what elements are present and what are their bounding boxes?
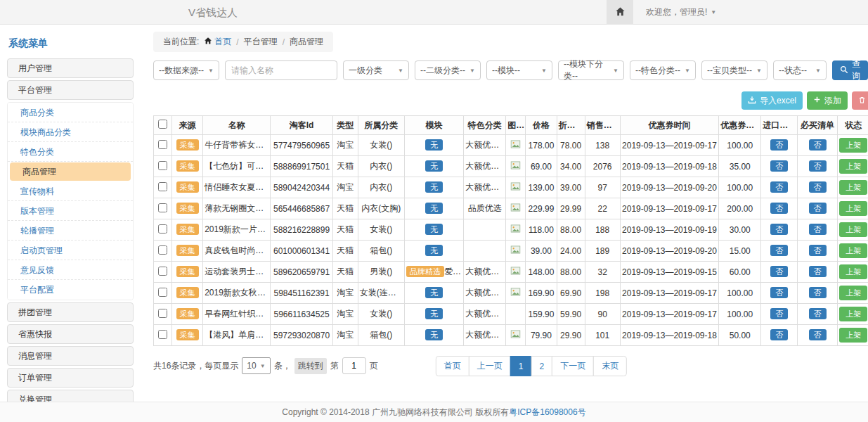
- sidebar-item-12[interactable]: 拼团管理: [7, 302, 134, 322]
- module-badge[interactable]: 无: [425, 181, 443, 193]
- row-checkbox[interactable]: [158, 203, 167, 212]
- row-checkbox[interactable]: [158, 245, 167, 255]
- jump-page-input[interactable]: [342, 357, 366, 374]
- sidebar-item-6[interactable]: 宣传物料: [8, 181, 133, 201]
- status-button[interactable]: 上架: [839, 138, 867, 153]
- status-button[interactable]: 上架: [839, 307, 867, 321]
- row-checkbox[interactable]: [158, 309, 167, 318]
- sidebar-item-5[interactable]: 商品管理: [10, 162, 131, 181]
- status-button[interactable]: 上架: [839, 286, 867, 300]
- module-badge[interactable]: 无: [425, 308, 443, 319]
- sidebar-item-13[interactable]: 省惠快报: [7, 324, 134, 344]
- page-button-current[interactable]: 1: [510, 356, 532, 376]
- module-badge[interactable]: 无: [425, 203, 443, 214]
- module-badge[interactable]: 无: [425, 139, 443, 151]
- import-select-toggle[interactable]: 否: [770, 308, 788, 319]
- module-badge[interactable]: 无: [425, 224, 443, 235]
- status-button[interactable]: 上架: [839, 264, 867, 279]
- row-checkbox[interactable]: [158, 330, 167, 339]
- must-buy-toggle[interactable]: 否: [809, 329, 827, 340]
- status-button[interactable]: 上架: [839, 180, 867, 195]
- module-badge[interactable]: 无: [425, 160, 443, 172]
- must-buy-toggle[interactable]: 否: [809, 139, 827, 151]
- import-select-toggle[interactable]: 否: [770, 245, 788, 256]
- page-size-select[interactable]: 10 ▼: [242, 357, 270, 374]
- import-select-toggle[interactable]: 否: [770, 139, 788, 151]
- import-select-toggle[interactable]: 否: [770, 329, 788, 340]
- sidebar-item-9[interactable]: 启动页管理: [8, 241, 133, 260]
- must-buy-toggle[interactable]: 否: [809, 287, 827, 298]
- product-name-cell: 【七色纺】可爱纯棉家...: [203, 156, 271, 177]
- module-badge[interactable]: 无: [425, 329, 443, 340]
- status-button[interactable]: 上架: [839, 159, 867, 174]
- must-buy-toggle[interactable]: 否: [809, 160, 827, 172]
- home-button[interactable]: [607, 0, 633, 25]
- filter-select-6[interactable]: --特色分类--▼: [630, 60, 696, 80]
- filter-select-3[interactable]: --二级分类--▼: [415, 60, 481, 80]
- sidebar-item-3[interactable]: 模块商品分类: [8, 122, 133, 142]
- filter-select-5[interactable]: --模块下分类--▼: [558, 60, 624, 80]
- breadcrumb-home-link[interactable]: 首页: [204, 36, 231, 48]
- must-buy-toggle[interactable]: 否: [809, 245, 827, 256]
- import-select-toggle[interactable]: 否: [770, 181, 788, 193]
- status-button[interactable]: 上架: [839, 201, 867, 216]
- sidebar-item-0[interactable]: 用户管理: [7, 58, 134, 78]
- filter-select-4[interactable]: --模块--▼: [486, 60, 552, 80]
- row-checkbox[interactable]: [158, 288, 167, 297]
- must-buy-toggle[interactable]: 否: [809, 266, 827, 277]
- user-menu[interactable]: 欢迎您，管理员! ▼: [646, 6, 716, 18]
- import-select-toggle[interactable]: 否: [770, 224, 788, 235]
- module-cell: 无: [404, 283, 463, 304]
- table-row: 采集牛仔背带裤女秋装减龄...577479560965淘宝女装()无大额优惠券1…: [154, 135, 868, 156]
- breadcrumb-home-label: 首页: [214, 36, 231, 48]
- icp-link[interactable]: 粤ICP备16098006号: [509, 407, 585, 417]
- must-buy-toggle[interactable]: 否: [809, 308, 827, 319]
- feature-cell: [464, 241, 506, 262]
- taoke-id-cell: 588869917501: [271, 156, 332, 177]
- row-checkbox[interactable]: [158, 140, 167, 149]
- status-button[interactable]: 上架: [839, 243, 867, 258]
- page-button-5[interactable]: 末页: [593, 356, 627, 376]
- sidebar-item-14[interactable]: 消息管理: [7, 346, 134, 366]
- page-button-0[interactable]: 首页: [436, 356, 469, 376]
- sidebar-item-1[interactable]: 平台管理: [7, 80, 134, 100]
- module-cell: 无: [404, 198, 463, 219]
- jump-button[interactable]: 跳转到: [294, 358, 327, 374]
- name-search-input[interactable]: [225, 60, 337, 80]
- page-button-1[interactable]: 上一页: [469, 356, 511, 376]
- import-select-toggle[interactable]: 否: [770, 203, 788, 214]
- sidebar-item-11[interactable]: 平台配置: [8, 280, 133, 300]
- page-button-3[interactable]: 2: [531, 356, 553, 376]
- add-button[interactable]: 添加: [807, 91, 848, 110]
- sidebar-item-8[interactable]: 轮播管理: [8, 221, 133, 241]
- search-button[interactable]: 查询: [832, 60, 868, 80]
- sidebar-item-10[interactable]: 意见反馈: [8, 260, 133, 280]
- status-button[interactable]: 上架: [839, 222, 867, 237]
- must-buy-toggle[interactable]: 否: [809, 181, 827, 193]
- row-checkbox[interactable]: [158, 224, 167, 234]
- filter-select-2[interactable]: 一级分类▼: [343, 60, 409, 80]
- sidebar-item-4[interactable]: 特色分类: [8, 142, 133, 162]
- select-all-checkbox[interactable]: [158, 120, 167, 129]
- filter-select-7[interactable]: --宝贝类型--▼: [701, 60, 767, 80]
- module-badge[interactable]: 品牌精选: [406, 266, 444, 277]
- must-buy-toggle[interactable]: 否: [809, 224, 827, 235]
- module-badge[interactable]: 无: [425, 245, 443, 256]
- sidebar-item-15[interactable]: 订单管理: [7, 368, 134, 388]
- filter-select-0[interactable]: --数据来源--▼: [153, 60, 219, 80]
- import-select-toggle[interactable]: 否: [770, 266, 788, 277]
- row-checkbox[interactable]: [158, 182, 167, 191]
- sidebar-item-7[interactable]: 版本管理: [8, 201, 133, 221]
- import-select-toggle[interactable]: 否: [770, 160, 788, 172]
- filter-select-8[interactable]: --状态--▼: [773, 60, 827, 80]
- module-badge[interactable]: 无: [425, 287, 443, 298]
- row-checkbox[interactable]: [158, 161, 167, 170]
- page-button-4[interactable]: 下一页: [552, 356, 594, 376]
- batch-delete-button[interactable]: 批量删除: [852, 91, 868, 110]
- must-buy-toggle[interactable]: 否: [809, 203, 827, 214]
- import-excel-button[interactable]: 导入excel: [741, 91, 803, 110]
- row-checkbox[interactable]: [158, 267, 167, 276]
- import-select-toggle[interactable]: 否: [770, 287, 788, 298]
- sidebar-item-2[interactable]: 商品分类: [8, 103, 133, 122]
- status-button[interactable]: 上架: [839, 328, 867, 343]
